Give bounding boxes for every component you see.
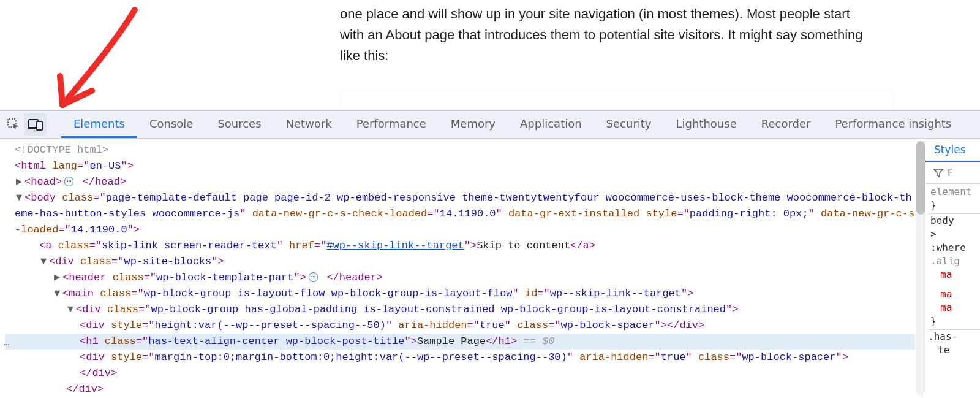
tab-elements[interactable]: Elements — [61, 111, 137, 138]
rule-body-selector: body — [930, 214, 980, 228]
rule-where: :where — [930, 241, 980, 254]
rule-align-cut: .alig — [930, 254, 980, 268]
tab-application[interactable]: Application — [508, 111, 594, 138]
spacer2-open[interactable]: <div style="margin-top:0;margin-bottom:0… — [5, 350, 915, 365]
rule-ma-1: ma — [930, 268, 980, 281]
rule-inline-selector: element — [930, 185, 980, 199]
main-open[interactable]: ▼<main class="wp-block-group is-layout-f… — [5, 286, 915, 302]
rule-has-cut: .has- — [928, 330, 980, 343]
styles-panel: Styles F element } body > :where .alig m… — [925, 139, 980, 398]
vertical-scrollbar[interactable] — [916, 141, 925, 396]
svg-rect-3 — [37, 121, 42, 130]
devtools-panel: Elements Console Sources Network Perform… — [0, 110, 980, 398]
devtools-tabs: Elements Console Sources Network Perform… — [61, 111, 963, 138]
devtools-toolbar: Elements Console Sources Network Perform… — [0, 111, 980, 139]
tab-security[interactable]: Security — [594, 111, 664, 138]
inspect-element-icon[interactable] — [2, 113, 24, 136]
tab-recorder[interactable]: Recorder — [749, 111, 823, 138]
tab-lighthouse[interactable]: Lighthouse — [664, 111, 749, 138]
tab-performance-insights[interactable]: Performance insights — [823, 111, 963, 138]
skip-link-line[interactable]: <a class="skip-link screen-reader-text" … — [5, 238, 915, 254]
rule-close-1: } — [930, 199, 980, 212]
doctype-line[interactable]: <!DOCTYPE html> — [5, 142, 915, 158]
spacer1-line[interactable]: <div style="height:var(--wp--preset--spa… — [5, 318, 915, 334]
styles-tab[interactable]: Styles — [925, 139, 980, 162]
h1-selected-line[interactable]: …<h1 class="has-text-align-center wp-blo… — [5, 334, 915, 350]
tab-performance[interactable]: Performance — [344, 111, 439, 138]
scrollbar-thumb[interactable] — [916, 141, 925, 215]
tab-network[interactable]: Network — [274, 111, 344, 138]
tab-sources[interactable]: Sources — [205, 111, 273, 138]
filter-icon — [933, 167, 944, 178]
tab-console[interactable]: Console — [137, 111, 205, 138]
rule-close-2: } — [930, 315, 980, 328]
tab-memory[interactable]: Memory — [439, 111, 508, 138]
page-body-text: one place and will show up in your site … — [340, 4, 870, 66]
group-open[interactable]: ▼<div class="wp-block-group has-global-p… — [5, 302, 915, 318]
site-blocks-open[interactable]: ▼<div class="wp-site-blocks"> — [5, 254, 915, 270]
page-preview: one place and will show up in your site … — [0, 0, 980, 110]
styles-rules[interactable]: element } body > :where .alig ma ma ma }… — [925, 184, 980, 358]
header-line[interactable]: ▶<header class="wp-block-template-part">… — [5, 270, 915, 286]
device-toolbar-icon[interactable] — [24, 113, 47, 136]
html-open[interactable]: <html lang="en-US"> — [5, 158, 915, 174]
annotation-arrow — [49, 4, 147, 108]
spacer2-close[interactable]: </div> — [5, 365, 915, 381]
group-close[interactable]: </div> — [5, 381, 915, 397]
styles-filter-bar[interactable]: F — [925, 162, 980, 184]
head-line[interactable]: ▶<head>⋯ </head> — [5, 174, 915, 190]
filter-label-trunc: F — [948, 167, 953, 178]
rule-ma-2: ma — [930, 288, 980, 301]
rule-te-cut: te — [928, 343, 980, 357]
rule-body-caret: > — [930, 228, 980, 241]
elements-tree-panel[interactable]: <!DOCTYPE html><html lang="en-US">▶<head… — [0, 139, 925, 398]
blockquote-placeholder — [341, 91, 892, 110]
body-open[interactable]: ▼<body class="page-template-default page… — [5, 190, 915, 238]
rule-ma-3: ma — [930, 301, 980, 315]
